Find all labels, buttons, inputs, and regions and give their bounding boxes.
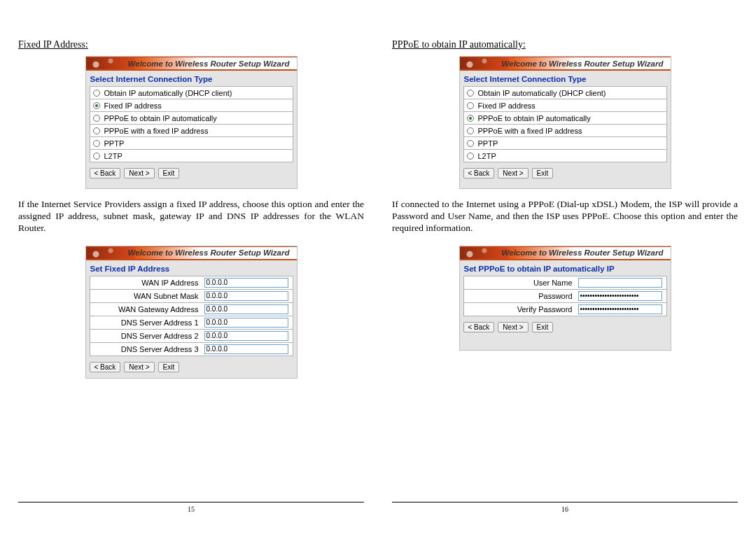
pppoe-table: User Name Password Verify Password bbox=[463, 276, 667, 316]
table-row: WAN Subnet Mask bbox=[90, 289, 293, 302]
radio-icon bbox=[93, 140, 100, 147]
dns3-input[interactable] bbox=[204, 344, 288, 354]
back-button[interactable]: < Back bbox=[463, 322, 495, 332]
radio-label: L2TP bbox=[478, 152, 496, 160]
table-row: Password bbox=[463, 289, 666, 302]
dns1-input[interactable] bbox=[204, 318, 288, 328]
radio-label: PPTP bbox=[104, 139, 125, 148]
radio-label: L2TP bbox=[104, 152, 122, 160]
wizard-step-title: Select Internet Connection Type bbox=[86, 71, 297, 86]
verify-password-input[interactable] bbox=[578, 304, 662, 314]
back-button[interactable]: < Back bbox=[90, 168, 121, 178]
table-row: User Name bbox=[463, 276, 666, 289]
dns2-input[interactable] bbox=[204, 331, 288, 341]
radio-icon bbox=[467, 102, 474, 109]
wizard-buttons: < Back Next > Exit bbox=[460, 316, 671, 332]
back-button[interactable]: < Back bbox=[463, 168, 495, 178]
radio-option-pppoe-fixed[interactable]: PPPoE with a fixed IP address bbox=[93, 127, 290, 135]
radio-option-pppoe-auto[interactable]: PPPoE to obtain IP automatically bbox=[93, 114, 290, 122]
password-input[interactable] bbox=[578, 291, 662, 301]
next-button[interactable]: Next > bbox=[498, 322, 528, 332]
wizard-step-title: Set Fixed IP Address bbox=[86, 260, 297, 276]
right-pppoe-panel: Welcome to Wireless Router Setup Wizard … bbox=[459, 246, 671, 351]
radio-option-dhcp[interactable]: Obtain IP automatically (DHCP client) bbox=[467, 89, 664, 97]
right-page: PPPoE to obtain IP automatically: Welcom… bbox=[392, 39, 738, 384]
wizard-step-title: Select Internet Connection Type bbox=[460, 71, 671, 86]
wizard-buttons: < Back Next > Exit bbox=[86, 162, 297, 178]
right-connection-panel: Welcome to Wireless Router Setup Wizard … bbox=[459, 56, 671, 189]
connection-type-table: Obtain IP automatically (DHCP client) Fi… bbox=[463, 86, 667, 162]
exit-button[interactable]: Exit bbox=[532, 168, 554, 178]
field-label: Verify Password bbox=[463, 302, 575, 316]
table-row: DNS Server Address 2 bbox=[90, 329, 293, 342]
next-button[interactable]: Next > bbox=[124, 362, 154, 372]
next-button[interactable]: Next > bbox=[498, 168, 528, 178]
table-row: WAN Gateway Address bbox=[90, 302, 293, 316]
radio-label: Obtain IP automatically (DHCP client) bbox=[478, 89, 606, 97]
wizard-banner: Welcome to Wireless Router Setup Wizard bbox=[460, 57, 671, 71]
radio-label: Obtain IP automatically (DHCP client) bbox=[104, 89, 232, 97]
username-input[interactable] bbox=[578, 278, 662, 288]
radio-label: PPPoE to obtain IP automatically bbox=[104, 114, 217, 122]
wizard-buttons: < Back Next > Exit bbox=[86, 356, 297, 372]
wizard-banner-title: Welcome to Wireless Router Setup Wizard bbox=[128, 59, 290, 68]
wizard-buttons: < Back Next > Exit bbox=[460, 162, 671, 178]
field-label: User Name bbox=[463, 276, 575, 289]
radio-option-pptp[interactable]: PPTP bbox=[93, 139, 290, 148]
wan-ip-input[interactable] bbox=[204, 278, 288, 288]
next-button[interactable]: Next > bbox=[124, 168, 154, 178]
left-body-text: If the Internet Service Providers assign… bbox=[18, 199, 364, 234]
radio-icon bbox=[467, 127, 474, 134]
back-button[interactable]: < Back bbox=[90, 362, 121, 372]
left-page-number: 15 bbox=[18, 502, 364, 513]
right-section-title: PPPoE to obtain IP automatically: bbox=[392, 39, 738, 50]
left-fixed-ip-panel: Welcome to Wireless Router Setup Wizard … bbox=[85, 246, 298, 379]
radio-icon bbox=[467, 140, 474, 147]
fixed-ip-table: WAN IP Address WAN Subnet Mask WAN Gatew… bbox=[90, 276, 293, 356]
table-row: Verify Password bbox=[463, 302, 666, 316]
radio-icon bbox=[93, 127, 100, 134]
radio-label: PPPoE to obtain IP automatically bbox=[478, 114, 591, 122]
radio-label: Fixed IP address bbox=[104, 101, 162, 110]
radio-option-l2tp[interactable]: L2TP bbox=[93, 152, 290, 160]
field-label: Password bbox=[463, 289, 575, 302]
exit-button[interactable]: Exit bbox=[158, 168, 180, 178]
connection-type-table: Obtain IP automatically (DHCP client) Fi… bbox=[90, 86, 293, 162]
left-section-title: Fixed IP Address: bbox=[18, 39, 364, 50]
field-label: WAN Subnet Mask bbox=[90, 289, 202, 302]
table-row: DNS Server Address 3 bbox=[90, 342, 293, 356]
radio-option-pptp[interactable]: PPTP bbox=[467, 139, 664, 148]
field-label: WAN IP Address bbox=[90, 276, 202, 289]
radio-label: PPPoE with a fixed IP address bbox=[104, 127, 209, 135]
exit-button[interactable]: Exit bbox=[532, 322, 554, 332]
radio-icon bbox=[467, 115, 474, 122]
field-label: DNS Server Address 3 bbox=[90, 342, 202, 356]
field-label: WAN Gateway Address bbox=[90, 302, 202, 316]
exit-button[interactable]: Exit bbox=[158, 362, 180, 372]
radio-label: PPTP bbox=[478, 139, 498, 148]
left-page: Fixed IP Address: Welcome to Wireless Ro… bbox=[18, 39, 364, 384]
radio-option-l2tp[interactable]: L2TP bbox=[467, 152, 664, 160]
wizard-banner: Welcome to Wireless Router Setup Wizard bbox=[86, 246, 297, 260]
right-page-number: 16 bbox=[392, 502, 738, 513]
table-row: WAN IP Address bbox=[90, 276, 293, 289]
left-connection-panel: Welcome to Wireless Router Setup Wizard … bbox=[85, 56, 298, 189]
radio-option-pppoe-fixed[interactable]: PPPoE with a fixed IP address bbox=[467, 127, 664, 135]
field-label: DNS Server Address 1 bbox=[90, 316, 202, 329]
radio-icon bbox=[93, 90, 100, 97]
radio-label: PPPoE with a fixed IP address bbox=[478, 127, 582, 135]
radio-option-pppoe-auto[interactable]: PPPoE to obtain IP automatically bbox=[467, 114, 664, 122]
radio-icon bbox=[93, 102, 100, 109]
wan-gateway-input[interactable] bbox=[204, 304, 288, 314]
wan-subnet-input[interactable] bbox=[204, 291, 288, 301]
table-row: DNS Server Address 1 bbox=[90, 316, 293, 329]
radio-option-dhcp[interactable]: Obtain IP automatically (DHCP client) bbox=[93, 89, 290, 97]
wizard-banner-title: Welcome to Wireless Router Setup Wizard bbox=[502, 248, 664, 257]
radio-option-fixed-ip[interactable]: Fixed IP address bbox=[93, 101, 290, 110]
radio-icon bbox=[93, 153, 100, 160]
radio-icon bbox=[467, 153, 474, 160]
radio-label: Fixed IP address bbox=[478, 101, 536, 110]
wizard-banner: Welcome to Wireless Router Setup Wizard bbox=[460, 246, 671, 260]
wizard-banner-title: Welcome to Wireless Router Setup Wizard bbox=[128, 248, 290, 257]
radio-option-fixed-ip[interactable]: Fixed IP address bbox=[467, 101, 664, 110]
